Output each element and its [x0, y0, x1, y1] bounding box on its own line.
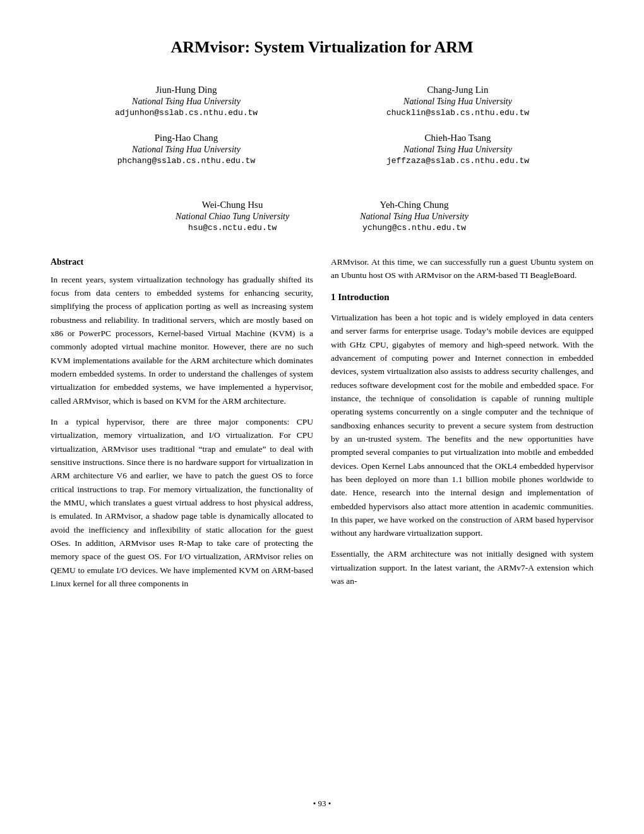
author-2: Chang-Jung Lin National Tsing Hua Univer… [322, 80, 593, 128]
abstract-heading: Abstract [51, 255, 313, 269]
author-6-name: Yeh-Ching Chung [360, 200, 468, 210]
author-3: Ping-Hao Chang National Tsing Hua Univer… [51, 128, 322, 176]
abstract-section: Abstract In recent years, system virtual… [51, 255, 313, 590]
author-2-email: chucklin@sslab.cs.nthu.edu.tw [332, 108, 583, 118]
author-5-email: hsu@cs.nctu.edu.tw [176, 223, 289, 233]
author-1-affiliation: National Tsing Hua University [61, 97, 312, 107]
author-6-email: ychung@cs.nthu.edu.tw [360, 223, 468, 233]
page: ARMvisor: System Virtualization for ARM … [0, 0, 644, 834]
section1-heading: 1 Introduction [331, 290, 593, 305]
author-4-name: Chieh-Hao Tsang [332, 133, 583, 143]
author-4: Chieh-Hao Tsang National Tsing Hua Unive… [322, 128, 593, 176]
author-4-affiliation: National Tsing Hua University [332, 145, 583, 155]
abstract-paragraph-2: In a typical hypervisor, there are three… [51, 415, 313, 590]
abstract-paragraph-1: In recent years, system virtualization t… [51, 273, 313, 408]
author-5-name: Wei-Chung Hsu [176, 200, 289, 210]
author-2-name: Chang-Jung Lin [332, 85, 583, 95]
author-4-email: jeffzaza@sslab.cs.nthu.edu.tw [332, 156, 583, 166]
author-3-name: Ping-Hao Chang [61, 133, 312, 143]
authors-row3: Wei-Chung Hsu National Chiao Tung Univer… [51, 195, 593, 243]
main-content: Abstract In recent years, system virtual… [51, 255, 593, 600]
author-5-affiliation: National Chiao Tung University [176, 212, 289, 222]
section1-paragraph-1: Virtualization has been a hot topic and … [331, 311, 593, 540]
author-3-email: phchang@sslab.cs.nthu.edu.tw [61, 156, 312, 166]
page-footer: • 93 • [0, 799, 644, 809]
author-6: Yeh-Ching Chung National Tsing Hua Unive… [350, 195, 479, 243]
author-2-affiliation: National Tsing Hua University [332, 97, 583, 107]
author-1-name: Jiun-Hung Ding [61, 85, 312, 95]
authors-section: Jiun-Hung Ding National Tsing Hua Univer… [51, 80, 593, 176]
author-3-affiliation: National Tsing Hua University [61, 145, 312, 155]
abstract-continuation: ARMvisor. At this time, we can successfu… [331, 255, 593, 282]
author-5: Wei-Chung Hsu National Chiao Tung Univer… [165, 195, 299, 243]
page-number: • 93 • [313, 799, 331, 808]
author-1-email: adjunhon@sslab.cs.nthu.edu.tw [61, 108, 312, 118]
section1-paragraph-2: Essentially, the ARM architecture was no… [331, 547, 593, 588]
left-column: Abstract In recent years, system virtual… [51, 255, 313, 600]
right-column: ARMvisor. At this time, we can successfu… [331, 255, 593, 600]
author-6-affiliation: National Tsing Hua University [360, 212, 468, 222]
author-1: Jiun-Hung Ding National Tsing Hua Univer… [51, 80, 322, 128]
paper-title: ARMvisor: System Virtualization for ARM [51, 38, 593, 57]
